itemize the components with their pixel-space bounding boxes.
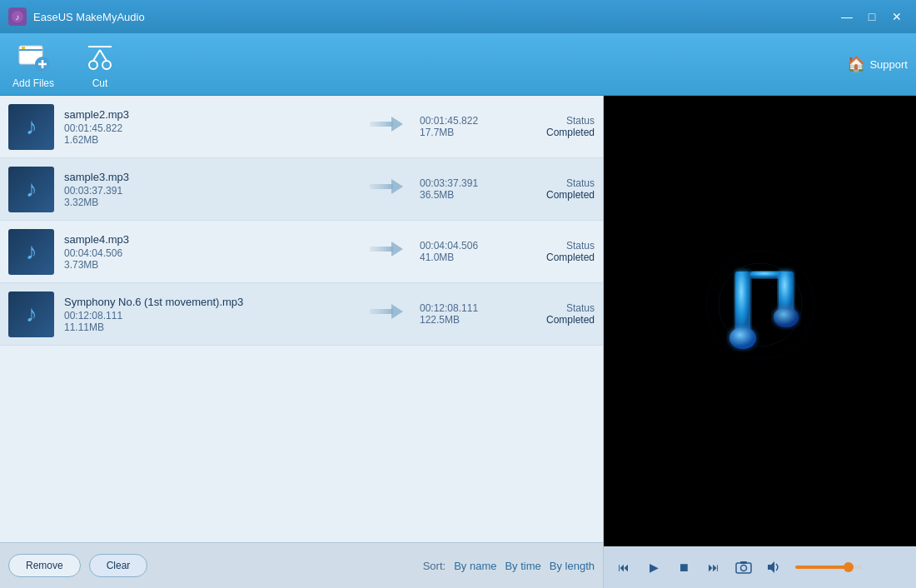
volume-slider[interactable]: [795, 566, 862, 569]
file-thumbnail: ♪: [8, 292, 54, 337]
remove-button[interactable]: Remove: [8, 554, 81, 577]
file-thumbnail: ♪: [8, 104, 54, 150]
preview-area: [604, 96, 916, 546]
main-content: ♪ sample2.mp3 00:01:45.822 1.62MB 00:01:…: [0, 96, 916, 588]
music-note-icon: ♪: [26, 113, 37, 140]
output-duration: 00:01:45.822: [420, 115, 520, 127]
file-output: 00:03:37.391 36.5MB: [420, 177, 520, 201]
file-info: Symphony No.6 (1st movement).mp3 00:12:0…: [64, 296, 353, 333]
sort-by-time[interactable]: By time: [505, 560, 540, 572]
file-duration: 00:04:04.506: [64, 247, 353, 259]
file-duration: 00:01:45.822: [64, 122, 353, 134]
svg-marker-19: [391, 304, 403, 319]
arrow-icon: [370, 115, 403, 138]
music-visual: [685, 247, 835, 396]
play-button[interactable]: ▶: [642, 556, 665, 579]
file-output: 00:12:08.111 122.5MB: [420, 302, 520, 326]
status-value: Completed: [520, 189, 595, 201]
file-duration: 00:03:37.391: [64, 185, 353, 197]
file-name: sample2.mp3: [64, 108, 353, 121]
next-button[interactable]: ⏭: [702, 556, 725, 579]
file-thumbnail: ♪: [8, 229, 54, 275]
svg-marker-30: [768, 561, 774, 573]
status-value: Completed: [520, 314, 595, 326]
file-info: sample2.mp3 00:01:45.822 1.62MB: [64, 108, 353, 146]
add-files-icon: [16, 39, 51, 74]
cut-label: Cut: [92, 77, 108, 89]
file-thumbnail: ♪: [8, 167, 54, 212]
output-size: 17.7MB: [420, 127, 520, 138]
svg-point-24: [774, 307, 799, 327]
file-row[interactable]: ♪ sample3.mp3 00:03:37.391 3.32MB 00:03:…: [0, 158, 603, 221]
file-name: sample3.mp3: [64, 171, 353, 183]
svg-rect-18: [370, 309, 393, 314]
app-icon: ♪: [8, 7, 27, 26]
window-controls: — □ ✕: [836, 6, 908, 27]
status-label: Status: [520, 302, 595, 314]
support-label: Support: [869, 58, 908, 71]
close-button[interactable]: ✕: [886, 6, 908, 27]
sort-by-name[interactable]: By name: [454, 560, 496, 572]
file-list: ♪ sample2.mp3 00:01:45.822 1.62MB 00:01:…: [0, 96, 603, 542]
svg-point-26: [706, 251, 814, 359]
left-panel: ♪ sample2.mp3 00:01:45.822 1.62MB 00:01:…: [0, 96, 604, 588]
svg-point-28: [741, 566, 747, 571]
arrow-icon: [370, 240, 403, 263]
add-files-button[interactable]: Add Files: [8, 39, 58, 89]
file-name: Symphony No.6 (1st movement).mp3: [64, 296, 353, 308]
status-label: Status: [520, 240, 595, 252]
status-label: Status: [520, 177, 595, 189]
svg-point-7: [89, 61, 97, 69]
support-button[interactable]: 🏠 Support: [847, 55, 908, 73]
prev-button[interactable]: ⏮: [612, 556, 635, 579]
status-label: Status: [520, 115, 595, 127]
right-panel: ⏮ ▶ ⏹ ⏭: [604, 96, 916, 588]
music-note-icon: ♪: [26, 238, 37, 265]
output-size: 122.5MB: [420, 314, 520, 326]
minimize-button[interactable]: —: [836, 6, 858, 27]
music-note-icon: ♪: [26, 176, 37, 202]
svg-rect-29: [740, 561, 747, 564]
arrow-icon: [370, 302, 403, 326]
cut-button[interactable]: Cut: [75, 39, 125, 89]
clear-button[interactable]: Clear: [89, 554, 148, 577]
app-title: EaseUS MakeMyAudio: [33, 11, 836, 23]
file-name: sample4.mp3: [64, 233, 353, 246]
file-row[interactable]: ♪ sample4.mp3 00:04:04.506 3.73MB 00:04:…: [0, 221, 603, 283]
file-size: 1.62MB: [64, 134, 353, 146]
svg-text:♪: ♪: [16, 12, 20, 22]
add-files-label: Add Files: [12, 77, 54, 89]
file-output: 00:04:04.506 41.0MB: [420, 240, 520, 263]
volume-icon: [762, 556, 785, 579]
file-row[interactable]: ♪ Symphony No.6 (1st movement).mp3 00:12…: [0, 283, 603, 346]
house-icon: 🏠: [847, 55, 865, 73]
svg-line-9: [93, 50, 100, 61]
svg-rect-12: [370, 122, 393, 127]
file-size: 11.11MB: [64, 321, 353, 333]
cut-icon: [82, 39, 117, 74]
maximize-button[interactable]: □: [861, 6, 883, 27]
music-note-icon: ♪: [26, 301, 37, 327]
svg-point-8: [102, 61, 111, 69]
sort-section: Sort: By name By time By length: [423, 560, 595, 572]
sort-label: Sort:: [423, 560, 446, 572]
arrow-icon: [370, 177, 403, 201]
file-size: 3.73MB: [64, 259, 353, 271]
file-status: Status Completed: [520, 115, 595, 138]
output-duration: 00:03:37.391: [420, 177, 520, 189]
svg-marker-13: [391, 117, 403, 132]
bottom-bar: Remove Clear Sort: By name By time By le…: [0, 542, 603, 588]
svg-line-10: [100, 50, 107, 61]
file-row[interactable]: ♪ sample2.mp3 00:01:45.822 1.62MB 00:01:…: [0, 96, 603, 158]
file-output: 00:01:45.822 17.7MB: [420, 115, 520, 138]
file-info: sample3.mp3 00:03:37.391 3.32MB: [64, 171, 353, 208]
output-size: 41.0MB: [420, 252, 520, 263]
file-status: Status Completed: [520, 302, 595, 326]
screenshot-button[interactable]: [732, 556, 755, 579]
svg-marker-15: [391, 179, 403, 194]
sort-by-length[interactable]: By length: [550, 560, 595, 572]
file-size: 3.32MB: [64, 197, 353, 208]
svg-rect-14: [370, 184, 393, 189]
stop-ctrl-button[interactable]: ⏹: [672, 556, 695, 579]
output-duration: 00:12:08.111: [420, 302, 520, 314]
